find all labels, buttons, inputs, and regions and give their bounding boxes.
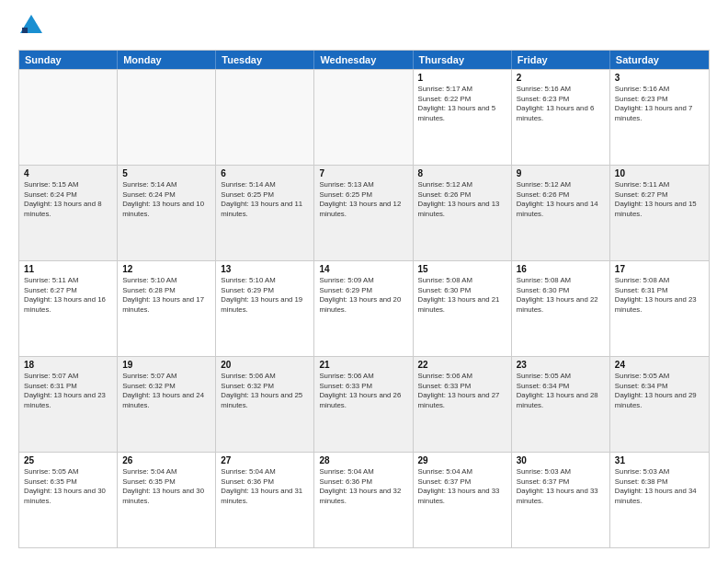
day-number: 14 xyxy=(319,264,407,274)
calendar-row: 4Sunrise: 5:15 AM Sunset: 6:24 PM Daylig… xyxy=(19,165,709,260)
cell-info: Sunrise: 5:11 AM Sunset: 6:27 PM Dayligh… xyxy=(615,180,704,219)
calendar-cell: 29Sunrise: 5:04 AM Sunset: 6:37 PM Dayli… xyxy=(414,453,512,547)
calendar-cell: 7Sunrise: 5:13 AM Sunset: 6:25 PM Daylig… xyxy=(314,166,413,260)
cell-info: Sunrise: 5:05 AM Sunset: 6:34 PM Dayligh… xyxy=(615,372,704,410)
calendar-row: 25Sunrise: 5:05 AM Sunset: 6:35 PM Dayli… xyxy=(19,452,709,547)
cell-info: Sunrise: 5:11 AM Sunset: 6:27 PM Dayligh… xyxy=(24,276,112,315)
day-number: 2 xyxy=(517,73,605,83)
cell-info: Sunrise: 5:16 AM Sunset: 6:23 PM Dayligh… xyxy=(517,85,605,123)
cal-header-cell: Saturday xyxy=(610,51,709,69)
day-number: 18 xyxy=(24,360,112,370)
day-number: 15 xyxy=(418,264,506,274)
day-number: 21 xyxy=(319,360,407,370)
cell-info: Sunrise: 5:14 AM Sunset: 6:25 PM Dayligh… xyxy=(221,180,309,219)
calendar-cell: 13Sunrise: 5:10 AM Sunset: 6:29 PM Dayli… xyxy=(216,261,314,356)
calendar-cell: 15Sunrise: 5:08 AM Sunset: 6:30 PM Dayli… xyxy=(414,261,512,356)
day-number: 20 xyxy=(221,360,309,370)
day-number: 22 xyxy=(418,360,506,370)
calendar-row: 1Sunrise: 5:17 AM Sunset: 6:22 PM Daylig… xyxy=(19,69,709,165)
cell-info: Sunrise: 5:05 AM Sunset: 6:35 PM Dayligh… xyxy=(24,467,112,506)
day-number: 6 xyxy=(221,168,309,178)
cell-info: Sunrise: 5:06 AM Sunset: 6:32 PM Dayligh… xyxy=(221,372,309,410)
day-number: 28 xyxy=(319,455,407,465)
svg-rect-1 xyxy=(22,28,28,33)
cal-header-cell: Wednesday xyxy=(314,51,413,69)
calendar-cell: 8Sunrise: 5:12 AM Sunset: 6:26 PM Daylig… xyxy=(414,166,512,260)
cell-info: Sunrise: 5:15 AM Sunset: 6:24 PM Dayligh… xyxy=(24,180,112,219)
calendar-cell: 11Sunrise: 5:11 AM Sunset: 6:27 PM Dayli… xyxy=(19,261,118,356)
calendar-cell xyxy=(19,70,118,165)
calendar-cell: 26Sunrise: 5:04 AM Sunset: 6:35 PM Dayli… xyxy=(118,453,216,547)
calendar-cell: 27Sunrise: 5:04 AM Sunset: 6:36 PM Dayli… xyxy=(216,453,314,547)
cell-info: Sunrise: 5:04 AM Sunset: 6:36 PM Dayligh… xyxy=(319,467,407,506)
calendar-cell: 2Sunrise: 5:16 AM Sunset: 6:23 PM Daylig… xyxy=(512,70,610,165)
cell-info: Sunrise: 5:06 AM Sunset: 6:33 PM Dayligh… xyxy=(418,372,506,410)
day-number: 17 xyxy=(615,264,704,274)
calendar-row: 11Sunrise: 5:11 AM Sunset: 6:27 PM Dayli… xyxy=(19,260,709,356)
cell-info: Sunrise: 5:08 AM Sunset: 6:30 PM Dayligh… xyxy=(418,276,506,315)
calendar-cell: 9Sunrise: 5:12 AM Sunset: 6:26 PM Daylig… xyxy=(512,166,610,260)
cal-header-cell: Thursday xyxy=(414,51,512,69)
cell-info: Sunrise: 5:06 AM Sunset: 6:33 PM Dayligh… xyxy=(319,372,407,410)
calendar-cell: 19Sunrise: 5:07 AM Sunset: 6:32 PM Dayli… xyxy=(118,357,216,452)
calendar-cell: 5Sunrise: 5:14 AM Sunset: 6:24 PM Daylig… xyxy=(118,166,216,260)
calendar-cell: 1Sunrise: 5:17 AM Sunset: 6:22 PM Daylig… xyxy=(414,70,512,165)
cell-info: Sunrise: 5:12 AM Sunset: 6:26 PM Dayligh… xyxy=(418,180,506,219)
calendar-cell: 30Sunrise: 5:03 AM Sunset: 6:37 PM Dayli… xyxy=(512,453,610,547)
cell-info: Sunrise: 5:04 AM Sunset: 6:36 PM Dayligh… xyxy=(221,467,309,506)
day-number: 25 xyxy=(24,455,112,465)
day-number: 3 xyxy=(615,73,704,83)
cal-header-cell: Sunday xyxy=(19,51,118,69)
day-number: 26 xyxy=(122,455,210,465)
day-number: 23 xyxy=(517,360,605,370)
day-number: 12 xyxy=(122,264,210,274)
cell-info: Sunrise: 5:09 AM Sunset: 6:29 PM Dayligh… xyxy=(319,276,407,315)
calendar-cell: 20Sunrise: 5:06 AM Sunset: 6:32 PM Dayli… xyxy=(216,357,314,452)
day-number: 11 xyxy=(24,264,112,274)
calendar-cell: 17Sunrise: 5:08 AM Sunset: 6:31 PM Dayli… xyxy=(610,261,709,356)
calendar-cell: 16Sunrise: 5:08 AM Sunset: 6:30 PM Dayli… xyxy=(512,261,610,356)
cal-header-cell: Tuesday xyxy=(216,51,314,69)
day-number: 10 xyxy=(615,168,704,178)
cell-info: Sunrise: 5:16 AM Sunset: 6:23 PM Dayligh… xyxy=(615,85,704,123)
cell-info: Sunrise: 5:08 AM Sunset: 6:31 PM Dayligh… xyxy=(615,276,704,315)
calendar-cell: 23Sunrise: 5:05 AM Sunset: 6:34 PM Dayli… xyxy=(512,357,610,452)
day-number: 1 xyxy=(418,73,506,83)
day-number: 16 xyxy=(517,264,605,274)
day-number: 24 xyxy=(615,360,704,370)
cell-info: Sunrise: 5:07 AM Sunset: 6:32 PM Dayligh… xyxy=(122,372,210,410)
calendar-cell: 14Sunrise: 5:09 AM Sunset: 6:29 PM Dayli… xyxy=(314,261,413,356)
calendar-cell: 4Sunrise: 5:15 AM Sunset: 6:24 PM Daylig… xyxy=(19,166,118,260)
cell-info: Sunrise: 5:07 AM Sunset: 6:31 PM Dayligh… xyxy=(24,372,112,410)
cell-info: Sunrise: 5:04 AM Sunset: 6:37 PM Dayligh… xyxy=(418,467,506,506)
cal-header-cell: Friday xyxy=(512,51,610,69)
calendar-body: 1Sunrise: 5:17 AM Sunset: 6:22 PM Daylig… xyxy=(19,69,709,547)
cell-info: Sunrise: 5:10 AM Sunset: 6:29 PM Dayligh… xyxy=(221,276,309,315)
calendar-cell: 25Sunrise: 5:05 AM Sunset: 6:35 PM Dayli… xyxy=(19,453,118,547)
calendar-cell xyxy=(314,70,413,165)
calendar-row: 18Sunrise: 5:07 AM Sunset: 6:31 PM Dayli… xyxy=(19,356,709,452)
calendar-cell: 10Sunrise: 5:11 AM Sunset: 6:27 PM Dayli… xyxy=(610,166,709,260)
calendar-header: SundayMondayTuesdayWednesdayThursdayFrid… xyxy=(19,51,709,69)
day-number: 7 xyxy=(319,168,407,178)
cell-info: Sunrise: 5:03 AM Sunset: 6:37 PM Dayligh… xyxy=(517,467,605,506)
day-number: 29 xyxy=(418,455,506,465)
cal-header-cell: Monday xyxy=(118,51,216,69)
logo xyxy=(18,15,48,40)
day-number: 31 xyxy=(615,455,704,465)
cell-info: Sunrise: 5:10 AM Sunset: 6:28 PM Dayligh… xyxy=(122,276,210,315)
day-number: 8 xyxy=(418,168,506,178)
day-number: 9 xyxy=(517,168,605,178)
calendar-cell: 31Sunrise: 5:03 AM Sunset: 6:38 PM Dayli… xyxy=(610,453,709,547)
calendar-cell xyxy=(118,70,216,165)
day-number: 30 xyxy=(517,455,605,465)
header xyxy=(18,15,710,40)
cell-info: Sunrise: 5:14 AM Sunset: 6:24 PM Dayligh… xyxy=(122,180,210,219)
calendar-cell: 3Sunrise: 5:16 AM Sunset: 6:23 PM Daylig… xyxy=(610,70,709,165)
calendar-cell: 18Sunrise: 5:07 AM Sunset: 6:31 PM Dayli… xyxy=(19,357,118,452)
calendar-cell: 22Sunrise: 5:06 AM Sunset: 6:33 PM Dayli… xyxy=(414,357,512,452)
cell-info: Sunrise: 5:04 AM Sunset: 6:35 PM Dayligh… xyxy=(122,467,210,506)
cell-info: Sunrise: 5:13 AM Sunset: 6:25 PM Dayligh… xyxy=(319,180,407,219)
calendar-cell: 12Sunrise: 5:10 AM Sunset: 6:28 PM Dayli… xyxy=(118,261,216,356)
day-number: 4 xyxy=(24,168,112,178)
